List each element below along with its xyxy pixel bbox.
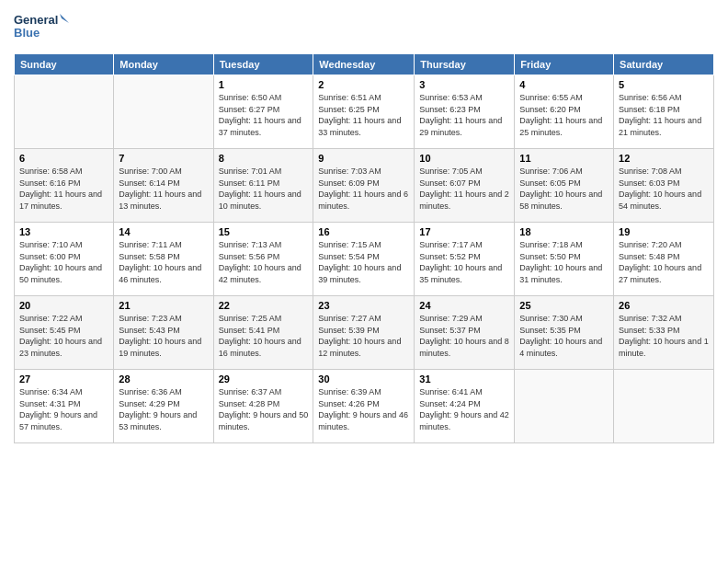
daylight-text: Daylight: 9 hours and 46 minutes. [318, 410, 408, 431]
calendar-cell: 18 Sunrise: 7:18 AM Sunset: 5:50 PM Dayl… [515, 223, 614, 296]
sunrise-text: Sunrise: 7:10 AM [19, 240, 83, 249]
day-number: 15 [219, 226, 309, 237]
calendar-cell: 8 Sunrise: 7:01 AM Sunset: 6:11 PM Dayli… [213, 149, 313, 223]
day-info: Sunrise: 7:05 AM Sunset: 6:07 PM Dayligh… [419, 166, 509, 212]
day-info: Sunrise: 7:27 AM Sunset: 5:39 PM Dayligh… [318, 313, 409, 359]
day-info: Sunrise: 7:18 AM Sunset: 5:50 PM Dayligh… [519, 239, 609, 285]
day-number: 14 [119, 226, 208, 237]
day-number: 27 [19, 373, 108, 385]
sunset-text: Sunset: 5:52 PM [419, 252, 481, 261]
day-info: Sunrise: 6:37 AM Sunset: 4:28 PM Dayligh… [219, 386, 309, 432]
sunrise-text: Sunrise: 7:25 AM [219, 314, 282, 323]
calendar-cell: 26 Sunrise: 7:32 AM Sunset: 5:33 PM Dayl… [614, 296, 714, 370]
day-number: 22 [219, 300, 309, 311]
sunrise-text: Sunrise: 6:34 AM [19, 387, 83, 396]
daylight-text: Daylight: 10 hours and 27 minutes. [619, 263, 701, 284]
daylight-text: Daylight: 11 hours and 2 minutes. [419, 190, 509, 211]
daylight-text: Daylight: 10 hours and 31 minutes. [519, 263, 602, 284]
daylight-text: Daylight: 10 hours and 1 minute. [619, 337, 709, 358]
day-number: 3 [419, 79, 509, 90]
sunset-text: Sunset: 6:00 PM [19, 252, 81, 261]
sunrise-text: Sunrise: 7:27 AM [318, 314, 381, 323]
day-info: Sunrise: 6:34 AM Sunset: 4:31 PM Dayligh… [19, 386, 108, 432]
daylight-text: Daylight: 10 hours and 46 minutes. [119, 263, 201, 284]
day-info: Sunrise: 7:29 AM Sunset: 5:37 PM Dayligh… [419, 313, 509, 359]
day-info: Sunrise: 7:08 AM Sunset: 6:03 PM Dayligh… [619, 166, 709, 212]
sunrise-text: Sunrise: 7:15 AM [318, 240, 381, 249]
sunrise-text: Sunrise: 6:39 AM [318, 387, 381, 396]
daylight-text: Daylight: 10 hours and 58 minutes. [519, 190, 602, 211]
sunset-text: Sunset: 6:11 PM [219, 178, 280, 188]
sunset-text: Sunset: 5:45 PM [19, 326, 81, 335]
day-info: Sunrise: 7:23 AM Sunset: 5:43 PM Dayligh… [119, 313, 208, 359]
day-info: Sunrise: 7:00 AM Sunset: 6:14 PM Dayligh… [119, 166, 208, 212]
day-number: 18 [519, 226, 609, 237]
weekday-header: Wednesday [313, 54, 415, 75]
day-info: Sunrise: 6:58 AM Sunset: 6:16 PM Dayligh… [19, 166, 108, 212]
day-info: Sunrise: 6:39 AM Sunset: 4:26 PM Dayligh… [318, 386, 409, 432]
sunset-text: Sunset: 4:26 PM [318, 399, 380, 408]
weekday-header: Monday [114, 54, 213, 75]
daylight-text: Daylight: 10 hours and 16 minutes. [219, 337, 301, 358]
sunrise-text: Sunrise: 7:05 AM [419, 167, 483, 176]
calendar-cell: 19 Sunrise: 7:20 AM Sunset: 5:48 PM Dayl… [614, 223, 714, 296]
daylight-text: Daylight: 10 hours and 54 minutes. [619, 190, 701, 211]
sunrise-text: Sunrise: 7:23 AM [119, 314, 182, 323]
day-number: 19 [619, 226, 709, 237]
svg-text:General: General [14, 13, 58, 27]
sunset-text: Sunset: 6:23 PM [419, 105, 481, 114]
calendar-cell: 25 Sunrise: 7:30 AM Sunset: 5:35 PM Dayl… [515, 296, 614, 370]
weekday-header: Friday [515, 54, 614, 75]
calendar-cell: 11 Sunrise: 7:06 AM Sunset: 6:05 PM Dayl… [515, 149, 614, 223]
sunrise-text: Sunrise: 6:36 AM [119, 387, 182, 396]
day-number: 7 [119, 153, 208, 164]
day-info: Sunrise: 7:11 AM Sunset: 5:58 PM Dayligh… [119, 239, 208, 285]
sunrise-text: Sunrise: 6:41 AM [419, 387, 483, 396]
daylight-text: Daylight: 10 hours and 23 minutes. [19, 337, 102, 358]
day-number: 12 [619, 153, 709, 164]
page-header: General Blue [14, 9, 714, 46]
sunset-text: Sunset: 5:39 PM [318, 326, 380, 335]
daylight-text: Daylight: 11 hours and 10 minutes. [219, 190, 301, 211]
day-number: 5 [619, 79, 709, 90]
sunset-text: Sunset: 5:54 PM [318, 252, 380, 261]
daylight-text: Daylight: 11 hours and 6 minutes. [318, 190, 408, 211]
svg-marker-2 [60, 14, 69, 23]
sunrise-text: Sunrise: 6:56 AM [619, 93, 682, 102]
sunset-text: Sunset: 6:16 PM [19, 178, 81, 188]
daylight-text: Daylight: 10 hours and 8 minutes. [419, 337, 509, 358]
calendar-cell: 2 Sunrise: 6:51 AM Sunset: 6:25 PM Dayli… [313, 75, 415, 149]
calendar-cell [15, 75, 114, 149]
day-number: 23 [318, 300, 409, 311]
day-info: Sunrise: 6:41 AM Sunset: 4:24 PM Dayligh… [419, 386, 509, 432]
day-number: 1 [219, 79, 309, 90]
sunset-text: Sunset: 4:29 PM [119, 399, 180, 408]
sunrise-text: Sunrise: 7:32 AM [619, 314, 682, 323]
calendar-cell: 3 Sunrise: 6:53 AM Sunset: 6:23 PM Dayli… [415, 75, 515, 149]
sunrise-text: Sunrise: 7:11 AM [119, 240, 182, 249]
day-info: Sunrise: 7:10 AM Sunset: 6:00 PM Dayligh… [19, 239, 108, 285]
daylight-text: Daylight: 11 hours and 17 minutes. [19, 190, 102, 211]
sunset-text: Sunset: 6:09 PM [318, 178, 380, 188]
sunset-text: Sunset: 6:20 PM [519, 105, 581, 114]
calendar-week-row: 1 Sunrise: 6:50 AM Sunset: 6:27 PM Dayli… [15, 75, 714, 149]
calendar-cell: 24 Sunrise: 7:29 AM Sunset: 5:37 PM Dayl… [415, 296, 515, 370]
calendar-cell: 1 Sunrise: 6:50 AM Sunset: 6:27 PM Dayli… [213, 75, 313, 149]
calendar-cell: 17 Sunrise: 7:17 AM Sunset: 5:52 PM Dayl… [415, 223, 515, 296]
sunrise-text: Sunrise: 7:18 AM [519, 240, 583, 249]
calendar-cell [114, 75, 213, 149]
calendar-cell: 6 Sunrise: 6:58 AM Sunset: 6:16 PM Dayli… [15, 149, 114, 223]
calendar-week-row: 27 Sunrise: 6:34 AM Sunset: 4:31 PM Dayl… [15, 370, 714, 443]
sunrise-text: Sunrise: 7:20 AM [619, 240, 682, 249]
sunrise-text: Sunrise: 7:01 AM [219, 167, 282, 176]
calendar-cell: 9 Sunrise: 7:03 AM Sunset: 6:09 PM Dayli… [313, 149, 415, 223]
daylight-text: Daylight: 11 hours and 37 minutes. [219, 116, 301, 137]
daylight-text: Daylight: 9 hours and 42 minutes. [419, 410, 509, 431]
day-info: Sunrise: 7:17 AM Sunset: 5:52 PM Dayligh… [419, 239, 509, 285]
weekday-header: Saturday [614, 54, 714, 75]
day-info: Sunrise: 6:51 AM Sunset: 6:25 PM Dayligh… [318, 92, 409, 138]
day-info: Sunrise: 7:06 AM Sunset: 6:05 PM Dayligh… [519, 166, 609, 212]
calendar-cell: 10 Sunrise: 7:05 AM Sunset: 6:07 PM Dayl… [415, 149, 515, 223]
day-info: Sunrise: 7:25 AM Sunset: 5:41 PM Dayligh… [219, 313, 309, 359]
daylight-text: Daylight: 11 hours and 25 minutes. [519, 116, 602, 137]
